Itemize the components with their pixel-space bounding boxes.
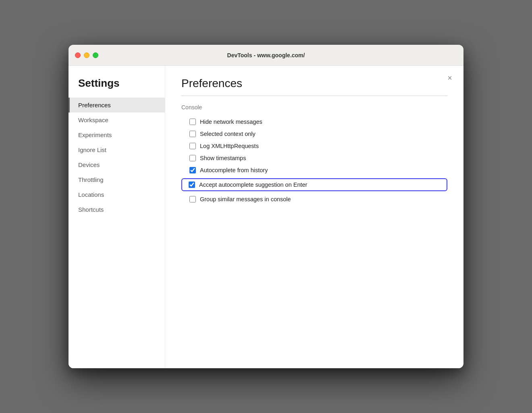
checkbox-autocomplete-history[interactable]	[189, 167, 196, 173]
close-button[interactable]: ×	[444, 72, 455, 83]
checkbox-hide-network[interactable]	[189, 119, 196, 125]
sidebar-item-label: Throttling	[78, 176, 104, 183]
checkbox-row-hide-network: Hide network messages	[181, 116, 447, 127]
sidebar-item-label: Preferences	[78, 102, 111, 108]
sidebar: Settings Preferences Workspace Experimen…	[69, 66, 165, 368]
sidebar-item-label: Locations	[78, 191, 104, 198]
sidebar-item-ignore-list[interactable]: Ignore List	[69, 142, 165, 157]
sidebar-item-workspace[interactable]: Workspace	[69, 113, 165, 127]
checkbox-row-autocomplete-history: Autocomplete from history	[181, 165, 447, 176]
close-traffic-light[interactable]	[75, 52, 81, 58]
maximize-traffic-light[interactable]	[93, 52, 98, 58]
sidebar-item-label: Workspace	[78, 117, 108, 123]
checkbox-row-selected-context: Selected context only	[181, 128, 447, 140]
sidebar-item-label: Experiments	[78, 131, 112, 138]
checkbox-label-show-timestamps: Show timestamps	[200, 155, 246, 161]
sidebar-item-label: Ignore List	[78, 146, 106, 153]
sidebar-item-shortcuts[interactable]: Shortcuts	[69, 202, 165, 217]
sidebar-item-devices[interactable]: Devices	[69, 157, 165, 172]
sidebar-item-locations[interactable]: Locations	[69, 187, 165, 202]
checkbox-row-show-timestamps: Show timestamps	[181, 152, 447, 164]
checkbox-label-log-xmlhttp: Log XMLHttpRequests	[200, 143, 259, 149]
checkbox-label-hide-network: Hide network messages	[200, 119, 262, 125]
section-divider	[181, 96, 447, 96]
sidebar-heading: Settings	[69, 77, 165, 98]
content-area: Settings Preferences Workspace Experimen…	[69, 66, 463, 368]
window-title: DevTools - www.google.com/	[227, 52, 305, 58]
main-content: × Preferences Console Hide network messa…	[165, 66, 463, 368]
sidebar-item-preferences[interactable]: Preferences	[69, 98, 165, 113]
checkbox-label-accept-autocomplete: Accept autocomplete suggestion on Enter	[199, 181, 307, 188]
title-bar: DevTools - www.google.com/	[69, 45, 463, 66]
page-title: Preferences	[181, 77, 447, 90]
traffic-lights	[75, 52, 98, 58]
checkbox-selected-context[interactable]	[189, 131, 196, 137]
checkbox-label-selected-context: Selected context only	[200, 131, 256, 137]
checkbox-label-autocomplete-history: Autocomplete from history	[200, 167, 268, 173]
minimize-traffic-light[interactable]	[84, 52, 89, 58]
checkbox-row-accept-autocomplete: Accept autocomplete suggestion on Enter	[181, 178, 447, 191]
checkbox-row-group-similar: Group similar messages in console	[181, 194, 447, 205]
sidebar-item-throttling[interactable]: Throttling	[69, 172, 165, 187]
checkbox-label-group-similar: Group similar messages in console	[200, 196, 291, 202]
sidebar-item-experiments[interactable]: Experiments	[69, 127, 165, 142]
window-container: DevTools - www.google.com/ Settings Pref…	[69, 45, 463, 368]
checkbox-show-timestamps[interactable]	[189, 155, 196, 161]
checkbox-log-xmlhttp[interactable]	[189, 143, 196, 149]
checkbox-row-log-xmlhttp: Log XMLHttpRequests	[181, 140, 447, 152]
sidebar-item-label: Devices	[78, 161, 100, 168]
sidebar-item-label: Shortcuts	[78, 206, 104, 213]
checkbox-accept-autocomplete[interactable]	[189, 181, 195, 188]
group-label-console: Console	[181, 104, 447, 111]
devtools-window: DevTools - www.google.com/ Settings Pref…	[69, 45, 463, 368]
checkbox-group-similar[interactable]	[189, 196, 196, 202]
